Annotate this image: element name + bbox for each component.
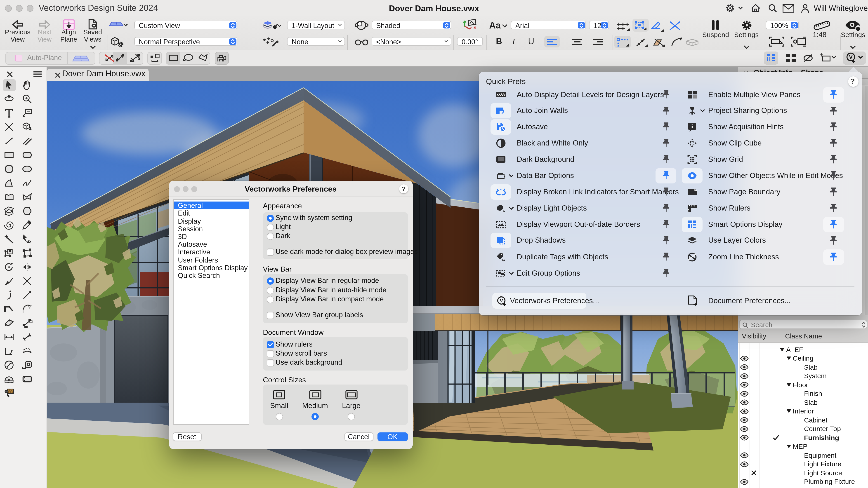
svg-text:V: V bbox=[500, 297, 503, 303]
svg-text:V: V bbox=[849, 54, 852, 60]
